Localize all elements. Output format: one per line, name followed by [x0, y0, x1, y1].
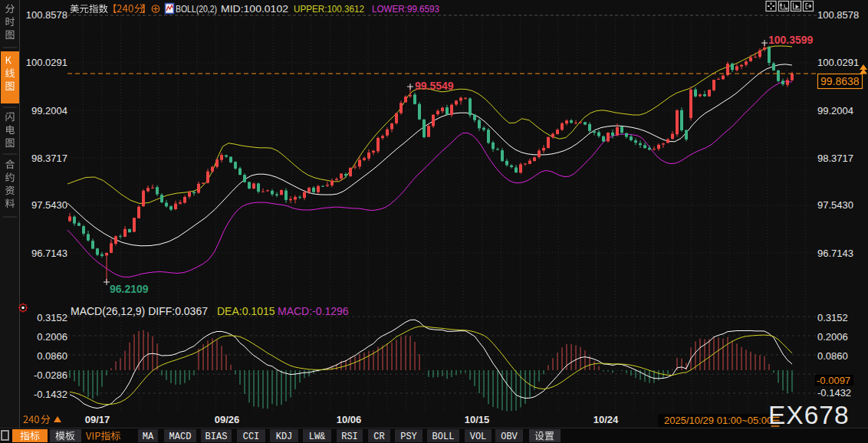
svg-text:VOL: VOL	[470, 432, 487, 442]
svg-text:96.2109: 96.2109	[110, 283, 149, 295]
svg-text:EX678: EX678	[768, 401, 850, 429]
svg-text:DEA:0.1015: DEA:0.1015	[217, 305, 275, 317]
svg-text:MID:100.0102: MID:100.0102	[221, 3, 288, 15]
svg-text:-0.1432: -0.1432	[34, 389, 67, 400]
svg-text:CCI: CCI	[243, 432, 260, 442]
svg-text:100.3599: 100.3599	[768, 34, 814, 46]
svg-text:CR: CR	[373, 432, 384, 442]
svg-text:LW&: LW&	[309, 432, 326, 442]
svg-text:97.5430: 97.5430	[31, 199, 67, 211]
svg-text:09/17: 09/17	[85, 414, 110, 425]
svg-text:100.8578: 100.8578	[817, 9, 859, 21]
svg-text:RSI: RSI	[341, 432, 358, 442]
svg-text:MACD(26,12,9) DIFF:0.0367: MACD(26,12,9) DIFF:0.0367	[71, 305, 208, 317]
svg-text:97.5430: 97.5430	[817, 199, 853, 211]
svg-text:99.5549: 99.5549	[415, 80, 454, 92]
svg-text:96.7143: 96.7143	[31, 248, 67, 259]
svg-text:99.8638: 99.8638	[820, 75, 860, 87]
svg-text:100.8578: 100.8578	[26, 9, 67, 21]
svg-text:10/15: 10/15	[465, 414, 490, 425]
svg-text:98.3717: 98.3717	[31, 153, 67, 164]
svg-text:PSY: PSY	[400, 432, 417, 442]
svg-text:100.0291: 100.0291	[817, 57, 859, 68]
svg-text:-0.0097: -0.0097	[817, 375, 850, 386]
svg-text:0.2006: 0.2006	[817, 331, 848, 343]
svg-text:2025/10/29 01:00~05:00: 2025/10/29 01:00~05:00	[664, 415, 772, 426]
svg-text:LOWER:99.6593: LOWER:99.6593	[372, 3, 439, 15]
svg-text:-0.0286: -0.0286	[34, 369, 67, 381]
svg-text:98.3717: 98.3717	[817, 153, 853, 164]
svg-text:10/06: 10/06	[337, 414, 362, 425]
svg-text:-0.1432: -0.1432	[817, 387, 851, 399]
svg-text:0.2006: 0.2006	[37, 331, 67, 343]
svg-text:BIAS: BIAS	[205, 432, 228, 442]
svg-text:0.0860: 0.0860	[37, 350, 67, 362]
svg-text:UPPER:100.3612: UPPER:100.3612	[294, 3, 364, 15]
svg-text:0.3152: 0.3152	[817, 312, 848, 323]
svg-text:MACD: MACD	[169, 432, 192, 442]
svg-text:MACD:-0.1296: MACD:-0.1296	[278, 305, 349, 317]
svg-text:0.0860: 0.0860	[817, 350, 848, 362]
svg-text:BOLL: BOLL	[432, 432, 455, 442]
svg-text:99.2004: 99.2004	[817, 105, 853, 116]
svg-text:99.2004: 99.2004	[31, 105, 67, 116]
svg-text:BOLL(20,2): BOLL(20,2)	[176, 3, 217, 15]
svg-text:0.3152: 0.3152	[37, 312, 67, 323]
svg-text:MA: MA	[143, 432, 154, 442]
svg-text:KDJ: KDJ	[276, 432, 293, 442]
svg-text:10/24: 10/24	[593, 414, 619, 425]
svg-text:09/26: 09/26	[215, 414, 240, 425]
svg-text:100.0291: 100.0291	[26, 57, 67, 68]
svg-text:OBV: OBV	[501, 432, 518, 442]
svg-text:96.7143: 96.7143	[817, 248, 853, 259]
